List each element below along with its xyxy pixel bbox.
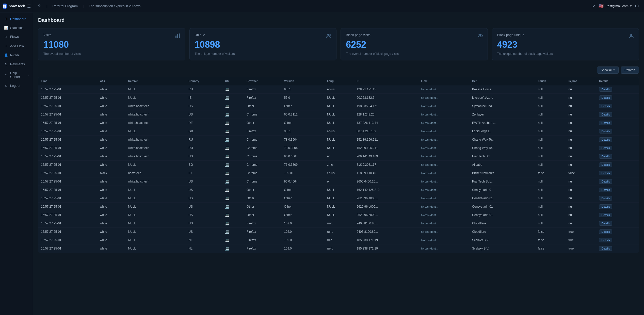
os-icon: 💻 [225,154,229,158]
details-button[interactable]: Details [599,104,612,108]
cell-isp: Beeline Home [470,85,535,94]
refresh-button[interactable]: Refresh [621,67,639,74]
details-button[interactable]: Details [599,204,612,209]
black-page-unique-icon [629,33,634,40]
details-button[interactable]: Details [599,87,612,92]
cell-touch: null [535,161,566,169]
cell-os: 💻 [222,144,244,152]
details-button[interactable]: Details [599,129,612,134]
details-button[interactable]: Details [599,121,612,125]
cell-browser: Other [244,203,282,211]
flows-icon: ▷ [4,35,8,39]
sidebar-item-statistics[interactable]: 📊 Statistics [0,23,33,32]
cell-referer: NULL [125,94,186,102]
cell-details: Details [597,102,639,110]
cell-version: 109.0.0 [282,169,325,177]
sidebar-item-flows[interactable]: ▷ Flows [0,32,33,41]
details-button[interactable]: Details [599,112,612,117]
cell-ab: white [98,219,126,228]
cell-lang: NULL [325,119,354,127]
sidebar-item-profile[interactable]: 👤 Profile [0,51,33,60]
cell-country: US [186,110,222,119]
sidebar-item-logout[interactable]: ⎋ Logout [0,81,33,90]
sidebar-item-help-center[interactable]: ? Help Center › [0,69,33,81]
cell-os: 💻 [222,194,244,203]
cell-is-bot: true [566,236,597,244]
svg-rect-6 [179,34,180,38]
details-button[interactable]: Details [599,246,612,251]
cell-lang: zh-cn [325,161,354,169]
details-button[interactable]: Details [599,137,612,142]
svg-rect-0 [3,5,5,6]
stat-visits-value: 11080 [43,39,180,50]
cell-lang: NULL [325,144,354,152]
details-button[interactable]: Details [599,221,612,226]
cell-lang: NULL [325,186,354,194]
cell-ab: white [98,244,126,253]
os-icon: 💻 [225,112,229,117]
stat-bpu-title: Black page unique [497,33,634,37]
table-row: 15:57:27:25-01 white NULL SG 💻 Chrome 76… [38,161,639,169]
cell-ip: 118.99.110.46 [354,169,418,177]
os-icon: 💻 [225,146,229,150]
cell-flow: hx-test(dont... [418,152,470,161]
sidebar-item-dashboard[interactable]: ⊞ Dashboard [0,14,33,23]
cell-os: 💻 [222,211,244,219]
cell-browser: Other [244,119,282,127]
cell-country: US [186,219,222,228]
details-button[interactable]: Details [599,238,612,242]
stat-unique-title: Unique [195,33,331,37]
user-menu-button[interactable]: test@mail.com ▾ [607,4,632,8]
sidebar-item-payments[interactable]: $ Payments [0,60,33,69]
stat-visits-desc: The overall number of visits [43,52,180,56]
show-all-button[interactable]: Show all ▾ [597,67,619,74]
unique-visitors-icon [326,33,332,40]
details-button[interactable]: Details [599,229,612,234]
table-row: 15:57:27:25-01 white white.hoax.tech US … [38,102,639,110]
details-button[interactable]: Details [599,196,612,201]
stat-card-unique: Unique 10898 The unique number of visito… [189,28,337,60]
cell-time: 15:57:27:25-01 [38,194,98,203]
settings-icon[interactable]: ⚙ [635,3,639,9]
cell-ip: 152.89.196.211 [354,136,418,144]
cell-browser: Chrome [244,169,282,177]
stat-unique-desc: The unique number of visitors [195,52,331,56]
details-button[interactable]: Details [599,213,612,217]
details-button[interactable]: Details [599,188,612,192]
logout-icon: ⎋ [4,84,8,88]
cell-details: Details [597,110,639,119]
hamburger-icon[interactable]: ☰ [27,4,31,9]
details-button[interactable]: Details [599,171,612,175]
cell-touch: null [535,102,566,110]
details-button[interactable]: Details [599,162,612,167]
logo-area: hoax.tech ☰ [0,0,33,12]
cell-referer: white.hoax.tech [125,119,186,127]
cell-time: 15:57:27:25-01 [38,144,98,152]
cell-lang: en-us [325,127,354,136]
details-button[interactable]: Details [599,95,612,100]
os-icon: 💻 [225,163,229,167]
expand-icon[interactable]: ⤢ [592,4,595,8]
svg-rect-5 [177,34,178,38]
cell-ip: 198.235.24.171 [354,102,418,110]
cell-touch: null [535,203,566,211]
details-button[interactable]: Details [599,179,612,184]
cell-ab: white [98,203,126,211]
cell-country: US [186,203,222,211]
cell-isp: Censys-arin-01 [470,211,535,219]
topbar-actions: ⤢ 🇺🇸 test@mail.com ▾ ⚙ [592,3,639,9]
profile-icon: 👤 [4,53,8,57]
cell-details: Details [597,94,639,102]
cell-lang: en [325,177,354,186]
user-email: test@mail.com [607,4,629,8]
sidebar-item-add-flow[interactable]: ＋ Add Flow [0,41,33,51]
cell-referer: white.hoax.tech [125,152,186,161]
referral-program-link[interactable]: Referral Program [52,4,78,8]
details-button[interactable]: Details [599,154,612,159]
send-icon[interactable]: ✈ [38,4,41,8]
details-button[interactable]: Details [599,146,612,150]
cell-is-bot: null [566,219,597,228]
flag-icon[interactable]: 🇺🇸 [599,4,604,8]
cell-browser: Firefox [244,94,282,102]
cell-lang: ru-ru [325,244,354,253]
